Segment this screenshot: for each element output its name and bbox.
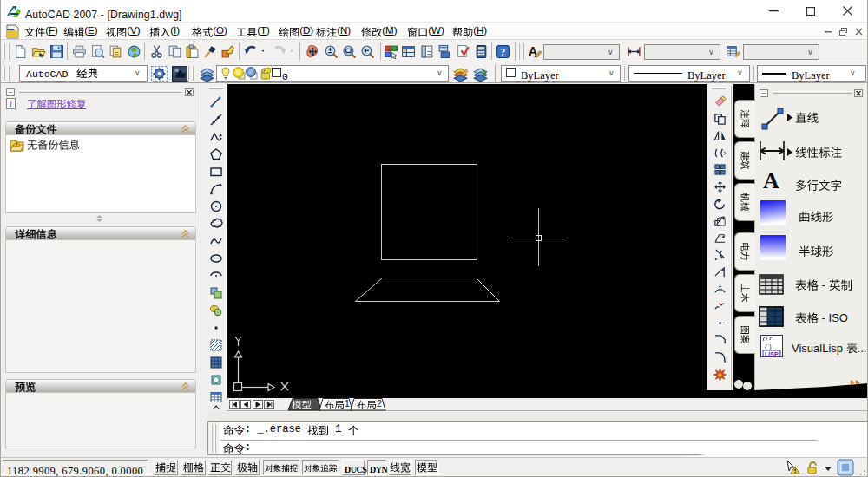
svg-text:{): {) xyxy=(764,343,773,350)
svg-text:LISP: LISP xyxy=(765,351,779,357)
svg-text:?: ? xyxy=(501,47,506,58)
